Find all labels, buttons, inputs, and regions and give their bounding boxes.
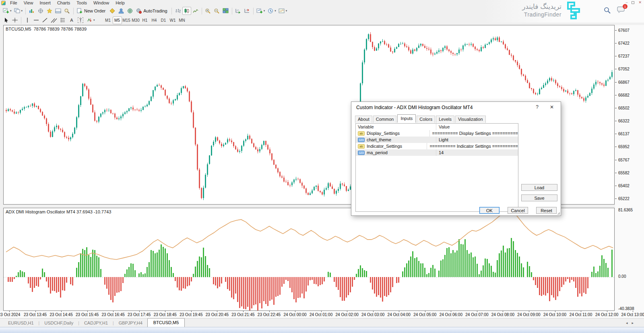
channel-button[interactable] — [50, 16, 58, 24]
timeframe-m30[interactable]: M30 — [131, 17, 140, 24]
dialog-tab-about[interactable]: About — [355, 116, 372, 123]
zoom-out-button[interactable] — [213, 7, 221, 15]
param-value[interactable]: 14 — [436, 150, 518, 155]
timeframe-m1[interactable]: M1 — [103, 17, 113, 24]
ok-button[interactable]: OK — [479, 207, 500, 214]
param-row[interactable]: abDisplay_Settings========== Display Set… — [356, 130, 518, 137]
param-row[interactable]: abIndicator_Settings========== Indicator… — [356, 143, 518, 149]
timeframe-h1[interactable]: H1 — [140, 17, 150, 24]
chart-tab-cadjpy-h1[interactable]: CADJPY,H1 — [79, 319, 113, 327]
menu-insert[interactable]: Insert — [36, 0, 54, 6]
cancel-button[interactable]: Cancel — [508, 207, 528, 214]
arrows-button[interactable]: ▾ — [85, 16, 96, 24]
restore-button[interactable] — [632, 1, 634, 4]
status-bar — [0, 327, 644, 333]
cursor-icon — [3, 17, 9, 23]
chart-tab-btcusd-m5[interactable]: BTCUSD,M5 — [147, 318, 185, 327]
menu-view[interactable]: View — [21, 0, 37, 6]
menu-window[interactable]: Window — [90, 0, 112, 6]
toolbar-separator — [73, 8, 74, 14]
navigator-button[interactable] — [45, 7, 54, 15]
line-chart-type-button[interactable] — [191, 7, 200, 15]
timeframe-m15[interactable]: M15 — [122, 17, 131, 24]
search-icon[interactable] — [604, 7, 611, 14]
horizontal-line-button[interactable] — [32, 16, 41, 24]
menu-tools[interactable]: Tools — [73, 0, 90, 6]
timeframe-w1[interactable]: W1 — [168, 17, 178, 24]
dialog-tab-colors[interactable]: Colors — [417, 116, 435, 123]
chat-button[interactable]: 1 — [617, 6, 625, 14]
strategy-tester-icon — [64, 8, 70, 14]
menu-file[interactable]: File — [7, 0, 21, 6]
crosshair-button[interactable] — [10, 16, 19, 24]
menu-help[interactable]: Help — [112, 0, 128, 6]
vertical-line-button[interactable] — [23, 16, 32, 24]
auto-scroll-button[interactable] — [234, 7, 243, 15]
indicators-icon — [256, 8, 263, 14]
strategy-tester-button[interactable] — [63, 7, 72, 15]
time-tick-mark — [399, 311, 399, 312]
tab-scroll-right-icon[interactable]: ▸ — [632, 321, 634, 325]
numeric-param-icon: 123 — [358, 138, 365, 142]
autotrading-button[interactable]: AutoTrading — [134, 7, 170, 15]
param-value[interactable]: ========== Display Settings ========== — [430, 131, 518, 136]
chart-shift-button[interactable] — [243, 7, 252, 15]
line-studies-toolbar: A T ▾ M1M5M15M30H1H4D1W1MN — [0, 16, 187, 25]
save-button[interactable]: Save — [521, 194, 557, 201]
indicators-button[interactable]: ▾ — [255, 7, 266, 15]
candlestick-type-button[interactable] — [182, 7, 191, 15]
reset-button[interactable]: Reset — [536, 207, 557, 214]
timeframe-mn[interactable]: MN — [178, 17, 187, 24]
profiles-button[interactable]: ▾ — [13, 7, 24, 15]
param-row[interactable]: 123ma_period14 — [356, 149, 518, 156]
dialog-tab-levels[interactable]: Levels — [436, 116, 454, 123]
metaeditor-button[interactable] — [108, 7, 117, 15]
time-tick-mark — [61, 311, 62, 312]
dialog-tab-common[interactable]: Common — [373, 116, 397, 123]
zoom-in-button[interactable] — [204, 7, 213, 15]
menu-charts[interactable]: Charts — [54, 0, 73, 6]
data-window-icon — [37, 8, 44, 14]
scripts-button[interactable] — [126, 7, 134, 15]
dialog-tab-visualization[interactable]: Visualization — [455, 116, 486, 123]
chart-tab-usdchf-daily[interactable]: USDCHF,Daily — [39, 319, 78, 327]
expert-advisors-button[interactable] — [117, 7, 126, 15]
close-button[interactable]: ✕ — [638, 0, 642, 4]
chevron-down-icon: ▾ — [21, 9, 23, 12]
indicator-canvas[interactable] — [4, 208, 614, 310]
terminal-button[interactable] — [54, 7, 63, 15]
time-tick-mark — [633, 311, 633, 312]
cursor-button[interactable] — [2, 16, 10, 24]
time-tick-mark — [191, 311, 192, 312]
dialog-resize-grip[interactable] — [557, 212, 560, 215]
market-watch-button[interactable] — [27, 7, 36, 15]
trendline-button[interactable] — [41, 16, 50, 24]
label-tool-button[interactable]: T — [76, 16, 85, 24]
dialog-help-button[interactable]: ? — [536, 104, 539, 110]
periods-button[interactable]: ▾ — [266, 7, 277, 15]
timeframe-m5[interactable]: M5 — [113, 17, 122, 24]
data-window-button[interactable] — [36, 7, 45, 15]
timeframe-h4[interactable]: H4 — [150, 17, 159, 24]
time-axis: 23 Oct 202423 Oct 13:4523 Oct 14:4523 Oc… — [0, 311, 644, 318]
new-chart-button[interactable]: ▾ — [2, 7, 13, 15]
param-value[interactable]: ========== Indicator Settings ========== — [427, 144, 518, 149]
text-tool-button[interactable]: A — [67, 16, 76, 24]
timeframe-d1[interactable]: D1 — [159, 17, 168, 24]
dialog-tab-inputs[interactable]: Inputs — [397, 114, 416, 123]
param-row[interactable]: 123chart_themeLight — [356, 137, 518, 143]
dialog-close-button[interactable]: ✕ — [550, 104, 554, 110]
templates-button[interactable]: ▾ — [277, 7, 289, 15]
new-order-button[interactable]: New Order — [75, 7, 108, 15]
chart-tab-eurusd-h1[interactable]: EURUSD,H1 — [3, 319, 39, 327]
bar-chart-type-button[interactable] — [173, 7, 182, 15]
tile-windows-button[interactable] — [221, 7, 230, 15]
fibonacci-button[interactable] — [58, 16, 67, 24]
brand-persian-text: تریدینگ فایندر — [522, 3, 561, 11]
param-value[interactable]: Light — [436, 137, 518, 142]
chart-tab-gbpjpy-h4[interactable]: GBPJPY,H4 — [114, 319, 147, 327]
tab-scroll-left-icon[interactable]: ◂ — [626, 321, 628, 325]
load-button[interactable]: Load — [521, 184, 557, 191]
time-tick-mark — [425, 311, 425, 312]
price-tick-dash — [615, 30, 617, 31]
